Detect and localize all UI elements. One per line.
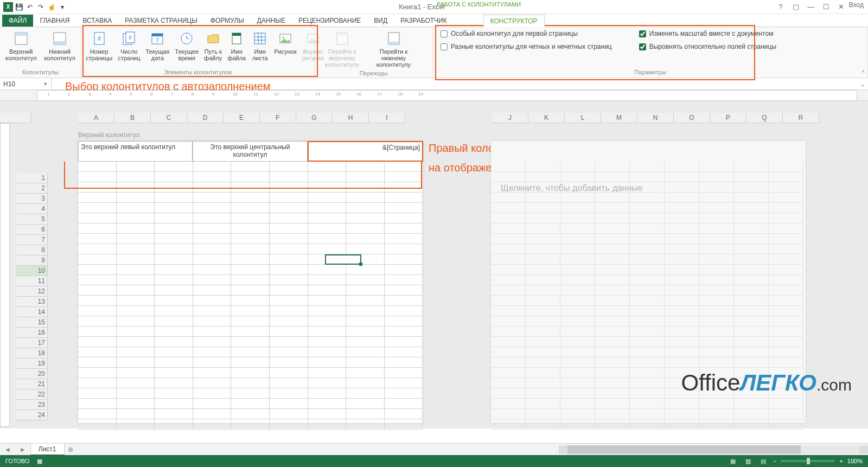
- cell[interactable]: [193, 254, 232, 265]
- cell[interactable]: [78, 327, 117, 337]
- cell[interactable]: [231, 337, 270, 347]
- column-header[interactable]: K: [528, 113, 565, 123]
- qat-dropdown-icon[interactable]: ▾: [58, 2, 67, 12]
- current-time-button[interactable]: Текущее время: [173, 29, 201, 62]
- cell[interactable]: [560, 265, 595, 275]
- cell[interactable]: [734, 162, 769, 172]
- cell[interactable]: [193, 193, 232, 203]
- cell[interactable]: [491, 368, 526, 378]
- column-header[interactable]: M: [601, 113, 637, 123]
- cell[interactable]: [699, 193, 734, 203]
- redo-icon[interactable]: ↷: [36, 2, 46, 12]
- cell[interactable]: [630, 172, 665, 182]
- cell[interactable]: [491, 244, 526, 254]
- cell[interactable]: [526, 172, 560, 182]
- cell[interactable]: [630, 213, 665, 223]
- tab-insert[interactable]: ВСТАВКА: [76, 15, 118, 27]
- cell[interactable]: [526, 223, 560, 234]
- cell[interactable]: [270, 265, 308, 275]
- cell[interactable]: [193, 296, 232, 306]
- cell[interactable]: [78, 316, 117, 327]
- row-header[interactable]: 18: [16, 348, 48, 359]
- page-count-button[interactable]: #Число страниц: [116, 29, 142, 62]
- cell[interactable]: [117, 388, 155, 399]
- cell[interactable]: [734, 223, 769, 234]
- cell[interactable]: [346, 193, 385, 203]
- horizontal-ruler[interactable]: 12345678910111213141516171819: [37, 90, 857, 101]
- cell[interactable]: [385, 182, 423, 193]
- zoom-thumb[interactable]: [807, 458, 810, 464]
- cell[interactable]: [526, 368, 560, 378]
- cell[interactable]: [155, 213, 193, 223]
- cell[interactable]: [665, 203, 699, 213]
- cell[interactable]: [385, 306, 423, 316]
- cell[interactable]: [491, 316, 526, 327]
- cell[interactable]: [630, 337, 665, 347]
- cell[interactable]: [560, 275, 595, 285]
- cell[interactable]: [78, 399, 117, 409]
- cell[interactable]: [385, 368, 423, 378]
- cell[interactable]: [346, 203, 385, 213]
- cell[interactable]: [769, 203, 803, 213]
- cell[interactable]: [769, 316, 803, 327]
- cell[interactable]: [193, 234, 232, 244]
- row-header[interactable]: 11: [16, 276, 48, 286]
- dropdown-icon[interactable]: ▼: [43, 81, 48, 87]
- cell[interactable]: [78, 409, 117, 419]
- cell[interactable]: [595, 378, 630, 388]
- column-header[interactable]: L: [565, 113, 601, 123]
- cell[interactable]: [491, 285, 526, 296]
- cell[interactable]: [560, 368, 595, 378]
- collapse-ribbon-icon[interactable]: ^: [861, 69, 865, 76]
- cell[interactable]: [78, 193, 117, 203]
- cell[interactable]: [769, 337, 803, 347]
- cell[interactable]: [385, 409, 423, 419]
- column-header[interactable]: H: [333, 113, 369, 123]
- cell[interactable]: [665, 419, 699, 430]
- cell[interactable]: [308, 347, 347, 357]
- cell[interactable]: [526, 409, 560, 419]
- cell[interactable]: [665, 162, 699, 172]
- cell[interactable]: [308, 337, 347, 347]
- cell[interactable]: [270, 162, 308, 172]
- cell[interactable]: [117, 203, 155, 213]
- cell[interactable]: [346, 182, 385, 193]
- cell[interactable]: [231, 203, 270, 213]
- cell[interactable]: [769, 409, 803, 419]
- cell[interactable]: [155, 368, 193, 378]
- cell[interactable]: [231, 316, 270, 327]
- cell[interactable]: [193, 347, 232, 357]
- cell[interactable]: [734, 193, 769, 203]
- cell[interactable]: [308, 409, 347, 419]
- cell[interactable]: [526, 275, 560, 285]
- cell[interactable]: [117, 275, 155, 285]
- row-header[interactable]: 13: [16, 297, 48, 307]
- header-center[interactable]: Это верхний центральный колонтитул: [193, 141, 307, 162]
- cell[interactable]: [231, 182, 270, 193]
- cell[interactable]: [231, 419, 270, 430]
- cell[interactable]: [346, 244, 385, 254]
- row-header[interactable]: 20: [16, 369, 48, 379]
- cell[interactable]: [231, 265, 270, 275]
- cell[interactable]: [346, 368, 385, 378]
- cell[interactable]: [193, 265, 232, 275]
- column-header[interactable]: Q: [746, 113, 783, 123]
- cell[interactable]: [595, 327, 630, 337]
- cell[interactable]: [526, 419, 560, 430]
- cell[interactable]: [270, 275, 308, 285]
- cell[interactable]: [385, 213, 423, 223]
- cell[interactable]: [78, 296, 117, 306]
- cell[interactable]: [630, 409, 665, 419]
- scroll-right-icon[interactable]: [859, 445, 868, 454]
- cell[interactable]: [665, 223, 699, 234]
- cell[interactable]: [155, 172, 193, 182]
- tab-data[interactable]: ДАННЫЕ: [251, 15, 292, 27]
- cell[interactable]: [734, 357, 769, 368]
- cell[interactable]: [193, 378, 232, 388]
- cell[interactable]: [595, 306, 630, 316]
- cell[interactable]: [385, 265, 423, 275]
- cell[interactable]: [193, 316, 232, 327]
- row-header[interactable]: 17: [16, 338, 48, 348]
- cell[interactable]: [308, 316, 347, 327]
- cell[interactable]: [526, 265, 560, 275]
